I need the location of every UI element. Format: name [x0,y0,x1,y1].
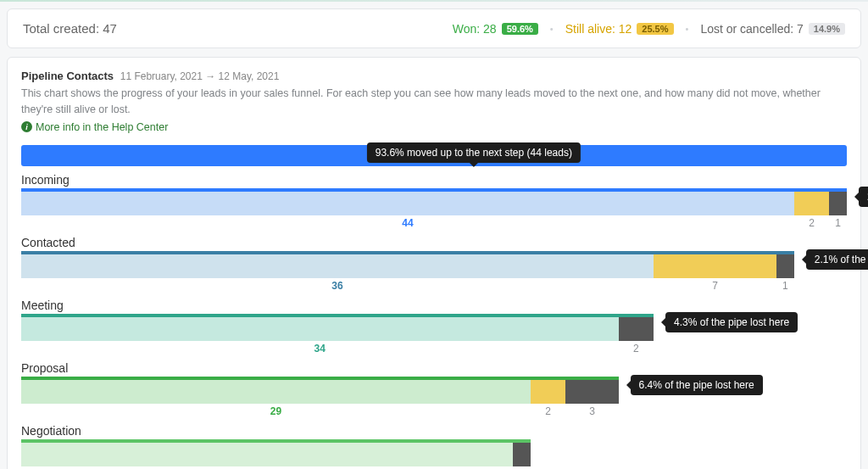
alive-count: 2 [531,404,565,417]
funnel-chart: ✧47 leads created Incoming93.6% moved up… [21,145,847,470]
moved-count: 34 [21,341,619,355]
stage-incoming: Incoming93.6% moved up to the next step … [21,173,847,229]
stage-proposal: Proposal6.4% of the pipe lost here2923 [21,361,847,417]
lost-count: 1 [776,278,794,292]
stage-bar[interactable]: 2.1% of the pipe lost here [21,251,847,278]
separator: • [686,24,689,34]
moved-count: 44 [21,215,794,229]
stage-label: Proposal [21,361,847,375]
moved-count: 28 [21,466,513,470]
stage-bar[interactable]: 4.3% of the pipe lost here [21,314,847,341]
moved-count: 29 [21,404,531,417]
moved-tooltip: 93.6% moved up to the next step (44 lead… [367,142,581,163]
stage-bar[interactable]: 6.4% of the pipe lost here [21,377,847,404]
summary-bar: Total created: 47 Won: 28 59.6% • Still … [7,8,861,48]
card-header: Pipeline Contacts 11 February, 2021 → 12… [21,70,847,82]
stat-alive: Still alive: 12 25.5% [565,22,674,36]
lost-count: 1 [513,466,531,470]
total-created: Total created: 47 [23,21,453,36]
lost-callout: 4.3% of the pipe lost here [665,312,798,332]
lost-count: 2 [619,341,654,355]
pipeline-card: Pipeline Contacts 11 February, 2021 → 12… [7,57,861,469]
stage-bar[interactable]: 2.1% of the pipe lost here [21,188,847,215]
moved-count: 36 [21,278,654,292]
alive-count: 7 [654,278,776,292]
lost-callout: 2.1% of the pipe lost here [859,187,868,207]
date-range: 11 February, 2021 → 12 May, 2021 [120,70,280,82]
card-description: This chart shows the progress of your le… [21,86,847,118]
stage-contacted: Contacted2.1% of the pipe lost here3671 [21,236,847,292]
info-icon: i [21,121,32,132]
stage-negotiation: Negotiation281 [21,424,847,470]
stage-label: Meeting [21,299,847,312]
separator: • [550,24,554,34]
stage-label: Incoming [21,173,847,187]
badge-won-pct: 59.6% [502,23,538,35]
lost-callout: 2.1% of the pipe lost here [806,249,868,270]
stage-label: Contacted [21,236,847,249]
stage-bar[interactable] [21,439,847,466]
alive-count: 2 [794,215,829,229]
lost-count: 3 [565,404,618,417]
stat-lost: Lost or cancelled: 7 14.9% [700,22,845,36]
card-title: Pipeline Contacts [21,70,114,82]
lost-count: 1 [829,215,847,229]
help-link[interactable]: i More info in the Help Center [21,121,168,133]
stat-won: Won: 28 59.6% [453,22,538,36]
badge-alive-pct: 25.5% [637,23,673,35]
stage-meeting: Meeting4.3% of the pipe lost here342 [21,299,847,355]
badge-lost-pct: 14.9% [809,23,845,35]
lost-callout: 6.4% of the pipe lost here [631,375,763,395]
stage-label: Negotiation [21,424,847,438]
